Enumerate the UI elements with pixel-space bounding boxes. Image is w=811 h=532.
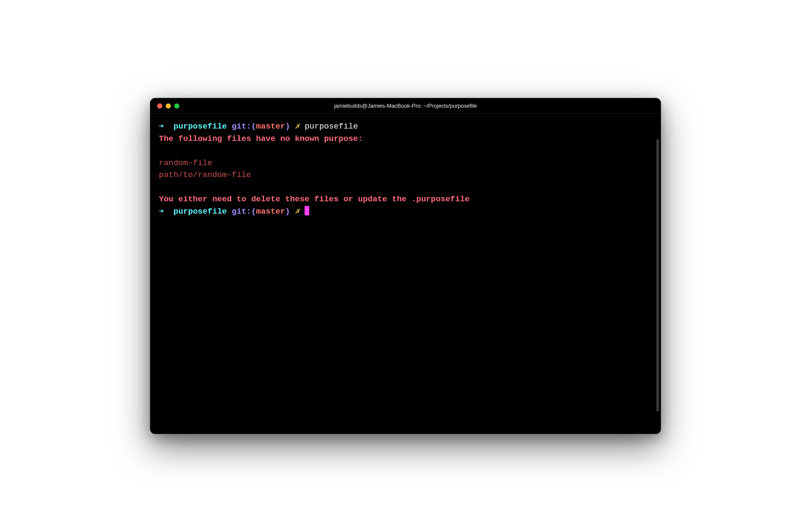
prompt-arrow-icon: ➜ (159, 207, 164, 216)
minimize-button[interactable] (166, 103, 171, 109)
prompt-line-1: ➜ purposefile git:(master) ✗ purposefile (159, 120, 652, 133)
prompt-branch: master (256, 207, 285, 216)
output-file-2: path/to/random-file (159, 169, 652, 181)
prompt-git-close: ) (285, 207, 290, 216)
cursor (305, 206, 309, 215)
blank-line (159, 145, 652, 157)
prompt-line-2: ➜ purposefile git:(master) ✗ (159, 206, 652, 218)
prompt-directory: purposefile (173, 207, 227, 216)
output-header: The following files have no known purpos… (159, 133, 652, 145)
close-button[interactable] (157, 103, 162, 109)
prompt-dirty-icon: ✗ (295, 122, 299, 131)
prompt-directory: purposefile (173, 122, 227, 131)
scrollbar[interactable] (656, 139, 659, 412)
traffic-lights (157, 103, 179, 109)
prompt-branch: master (256, 122, 285, 131)
blank-line (159, 181, 652, 194)
output-file-1: random-file (159, 157, 652, 169)
prompt-git-close: ) (285, 122, 290, 131)
terminal-body[interactable]: ➜ purposefile git:(master) ✗ purposefile… (150, 114, 661, 434)
output-footer: You either need to delete these files or… (159, 193, 652, 206)
maximize-button[interactable] (174, 103, 179, 109)
title-bar: jamiebuilds@Jamies-MacBook-Pro: ~/Projec… (150, 98, 661, 114)
command-text: purposefile (305, 122, 358, 131)
window-title: jamiebuilds@Jamies-MacBook-Pro: ~/Projec… (334, 103, 477, 109)
terminal-window: jamiebuilds@Jamies-MacBook-Pro: ~/Projec… (150, 98, 661, 434)
prompt-git-label: git:( (232, 122, 256, 131)
prompt-dirty-icon: ✗ (295, 207, 299, 216)
prompt-arrow-icon: ➜ (159, 122, 164, 131)
prompt-git-label: git:( (232, 207, 256, 216)
